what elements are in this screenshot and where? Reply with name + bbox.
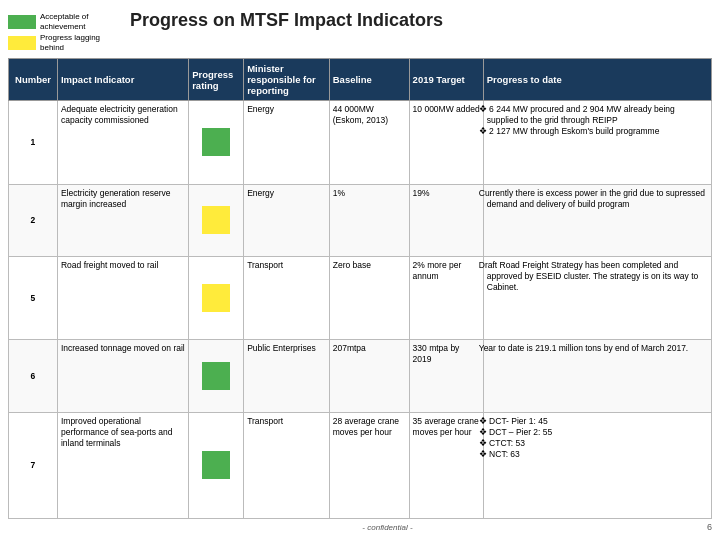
cell-rating bbox=[189, 184, 244, 257]
cell-rating bbox=[189, 257, 244, 340]
cell-progress-date: ❖ 6 244 MW procured and 2 904 MW already… bbox=[483, 101, 711, 184]
col-header-baseline: Baseline bbox=[329, 59, 409, 101]
page-number: 6 bbox=[707, 522, 712, 532]
legend-item-yellow: Progress lagging behind bbox=[8, 33, 120, 52]
cell-target: 10 000MW added bbox=[409, 101, 483, 184]
cell-progress-date: Year to date is 219.1 million tons by en… bbox=[483, 340, 711, 413]
cell-number: 5 bbox=[9, 257, 58, 340]
cell-rating bbox=[189, 412, 244, 518]
legend-color-green bbox=[8, 15, 36, 29]
col-header-progress-date: Progress to date bbox=[483, 59, 711, 101]
cell-minister: Public Enterprises bbox=[244, 340, 330, 413]
cell-progress-date: Draft Road Freight Strategy has been com… bbox=[483, 257, 711, 340]
legend-item-green: Acceptable of achievement bbox=[8, 12, 120, 31]
cell-baseline: 1% bbox=[329, 184, 409, 257]
header-area: Acceptable of achievement Progress laggi… bbox=[8, 8, 712, 54]
table-row: 1Adequate electricity generation capacit… bbox=[9, 101, 712, 184]
cell-number: 7 bbox=[9, 412, 58, 518]
cell-rating bbox=[189, 340, 244, 413]
cell-target: 19% bbox=[409, 184, 483, 257]
cell-baseline: 207mtpa bbox=[329, 340, 409, 413]
col-header-indicator: Impact Indicator bbox=[57, 59, 188, 101]
footer: - confidential - 6 bbox=[8, 522, 712, 532]
legend-color-yellow bbox=[8, 36, 36, 50]
cell-indicator: Adequate electricity generation capacity… bbox=[57, 101, 188, 184]
page-title: Progress on MTSF Impact Indicators bbox=[130, 8, 712, 31]
cell-progress-date: ❖ DCT- Pier 1: 45❖ DCT – Pier 2: 55❖ CTC… bbox=[483, 412, 711, 518]
table-row: 2Electricity generation reserve margin i… bbox=[9, 184, 712, 257]
cell-target: 2% more per annum bbox=[409, 257, 483, 340]
cell-indicator: Electricity generation reserve margin in… bbox=[57, 184, 188, 257]
col-header-number: Number bbox=[9, 59, 58, 101]
table-row: 5Road freight moved to railTransportZero… bbox=[9, 257, 712, 340]
cell-number: 6 bbox=[9, 340, 58, 413]
cell-indicator: Improved operational performance of sea-… bbox=[57, 412, 188, 518]
col-header-minister: Minister responsible for reporting bbox=[244, 59, 330, 101]
legend-box: Acceptable of achievement Progress laggi… bbox=[8, 12, 120, 54]
cell-minister: Transport bbox=[244, 412, 330, 518]
cell-minister: Transport bbox=[244, 257, 330, 340]
col-header-progress: Progress rating bbox=[189, 59, 244, 101]
cell-rating bbox=[189, 101, 244, 184]
table-header-row: Number Impact Indicator Progress rating … bbox=[9, 59, 712, 101]
cell-number: 1 bbox=[9, 101, 58, 184]
cell-target: 35 average crane moves per hour bbox=[409, 412, 483, 518]
legend-label-yellow: Progress lagging behind bbox=[40, 33, 120, 52]
cell-target: 330 mtpa by 2019 bbox=[409, 340, 483, 413]
table-row: 6Increased tonnage moved on railPublic E… bbox=[9, 340, 712, 413]
page: Acceptable of achievement Progress laggi… bbox=[0, 0, 720, 540]
confidential-label: - confidential - bbox=[68, 523, 707, 532]
col-header-target: 2019 Target bbox=[409, 59, 483, 101]
main-table: Number Impact Indicator Progress rating … bbox=[8, 58, 712, 519]
cell-progress-date: Currently there is excess power in the g… bbox=[483, 184, 711, 257]
cell-indicator: Increased tonnage moved on rail bbox=[57, 340, 188, 413]
cell-baseline: Zero base bbox=[329, 257, 409, 340]
cell-baseline: 28 average crane moves per hour bbox=[329, 412, 409, 518]
cell-indicator: Road freight moved to rail bbox=[57, 257, 188, 340]
cell-number: 2 bbox=[9, 184, 58, 257]
table-row: 7Improved operational performance of sea… bbox=[9, 412, 712, 518]
legend-label-green: Acceptable of achievement bbox=[40, 12, 120, 31]
cell-minister: Energy bbox=[244, 184, 330, 257]
cell-minister: Energy bbox=[244, 101, 330, 184]
cell-baseline: 44 000MW (Eskom, 2013) bbox=[329, 101, 409, 184]
